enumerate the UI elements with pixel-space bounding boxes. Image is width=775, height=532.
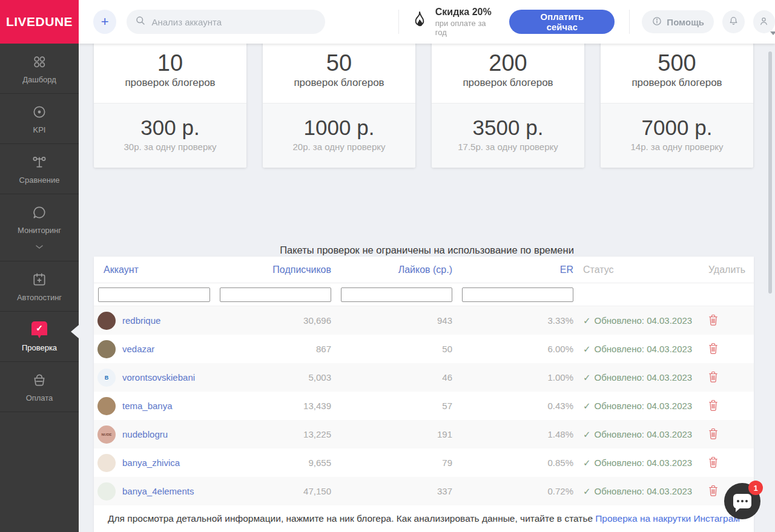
username-link[interactable]: nudeblogru [122, 429, 168, 439]
sidebar-item-kpi[interactable]: KPI [0, 94, 79, 144]
avatar [97, 312, 116, 330]
sidebar-item-payment[interactable]: Оплата [0, 362, 79, 412]
sidebar-item-check[interactable]: ✓ Проверка [0, 312, 79, 362]
search-box[interactable] [127, 10, 325, 34]
avatar [97, 482, 116, 501]
sidebar-item-comparison[interactable]: Сравнение [0, 144, 79, 194]
chevron-down-icon[interactable] [35, 241, 44, 252]
footer-note-link[interactable]: Проверка на накрутки Инстаграм [595, 513, 740, 524]
username-link[interactable]: vorontsovskiebani [122, 372, 195, 383]
delete-button[interactable] [707, 341, 719, 357]
sidebar-item-monitoring[interactable]: Мониторинг [0, 194, 79, 261]
username-link[interactable]: redbrique [122, 315, 160, 326]
delete-button[interactable] [707, 370, 719, 386]
delete-button[interactable] [707, 313, 719, 329]
username-link[interactable]: banya_4elements [122, 486, 194, 496]
likes-value: 337 [331, 486, 452, 496]
pricing-cards: 10 проверок блогеров 300 р. 30р. за одну… [94, 44, 754, 168]
profile-button[interactable] [753, 10, 775, 33]
er-value: 1.00% [452, 372, 573, 383]
avatar [97, 454, 116, 472]
notifications-button[interactable] [722, 10, 744, 33]
sidebar-item-label: KPI [33, 125, 46, 134]
card-per-check: 17.5р. за одну проверку [432, 142, 584, 152]
username-link[interactable]: tema_banya [122, 401, 173, 411]
help-button-label: Помощь [667, 17, 704, 27]
status-text: Обновлено: 04.03.2023 [595, 372, 693, 383]
username-link[interactable]: vedazar [122, 344, 154, 354]
followers-value: 30,696 [220, 315, 331, 326]
pricing-card-50[interactable]: 50 проверок блогеров 1000 р. 20р. за одн… [263, 44, 415, 168]
chat-bubble-icon [31, 204, 47, 221]
er-value: 3.33% [452, 315, 573, 326]
check-icon: ✓ [583, 486, 591, 497]
followers-value: 13,225 [220, 429, 331, 439]
table-row: banya_zhivica 9,655 79 0.85% ✓Обновлено:… [94, 448, 754, 477]
column-header-er[interactable]: ER [452, 264, 573, 275]
likes-value: 191 [331, 429, 452, 439]
card-count: 200 [432, 50, 584, 76]
user-icon [758, 15, 770, 29]
trash-icon [707, 433, 719, 442]
search-icon [135, 15, 146, 28]
check-badge-icon: ✓ [31, 321, 47, 338]
pricing-card-500[interactable]: 500 проверок блогеров 7000 р. 14р. за од… [601, 44, 753, 168]
topbar: + Скидка 20% при оплате за год Оплатить … [79, 0, 775, 44]
status-text: Обновлено: 04.03.2023 [595, 315, 693, 326]
likes-value: 79 [331, 458, 452, 468]
avatar [97, 340, 116, 358]
delete-button[interactable] [707, 484, 719, 499]
bell-icon [728, 15, 739, 29]
sidebar: Дашборд KPI Сравнение Мониторинг Автопос… [0, 44, 79, 532]
sidebar-item-dashboard[interactable]: Дашборд [0, 44, 79, 94]
delete-button[interactable] [707, 398, 719, 414]
brand-logo[interactable]: LIVEDUNE [0, 0, 79, 44]
card-count: 500 [601, 50, 753, 76]
help-button[interactable]: Помощь [642, 10, 714, 33]
status-text: Обновлено: 04.03.2023 [595, 344, 693, 354]
column-header-followers[interactable]: Подписчиков [220, 264, 331, 275]
likes-value: 57 [331, 401, 452, 411]
pricing-card-10[interactable]: 10 проверок блогеров 300 р. 30р. за одну… [94, 44, 246, 168]
table-row: NUDE nudeblogru 13,225 191 1.48% ✓Обновл… [94, 420, 754, 448]
er-value: 6.00% [452, 344, 573, 354]
sidebar-item-autoposting[interactable]: Автопостинг [0, 261, 79, 312]
pricing-card-200[interactable]: 200 проверок блогеров 3500 р. 17.5р. за … [432, 44, 584, 168]
main-content: 10 проверок блогеров 300 р. 30р. за одну… [79, 44, 775, 532]
pay-now-button[interactable]: Оплатить сейчас [509, 10, 615, 34]
check-icon: ✓ [583, 372, 591, 383]
footer-note: Для просмотра детальной информации, нажм… [94, 513, 754, 524]
filter-account-input[interactable] [98, 287, 210, 302]
scrollbar-thumb[interactable] [768, 51, 772, 294]
followers-value: 47,150 [220, 486, 331, 496]
avatar: B [97, 369, 116, 387]
delete-button[interactable] [707, 455, 719, 471]
card-unit: проверок блогеров [432, 77, 584, 89]
column-header-account[interactable]: Аккаунт [94, 264, 220, 275]
username-link[interactable]: banya_zhivica [122, 458, 180, 468]
likes-value: 943 [331, 315, 452, 326]
filter-followers-input[interactable] [220, 287, 331, 302]
filter-er-input[interactable] [462, 287, 573, 302]
trash-icon [707, 490, 719, 499]
card-per-check: 30р. за одну проверку [94, 142, 246, 152]
check-icon: ✓ [583, 429, 591, 440]
filter-likes-input[interactable] [341, 287, 452, 302]
table-row: vedazar 867 50 6.00% ✓Обновлено: 04.03.2… [94, 335, 754, 363]
card-price: 1000 р. [263, 115, 415, 140]
card-count: 10 [94, 50, 246, 76]
sidebar-item-label: Сравнение [19, 176, 60, 185]
delete-button[interactable] [707, 427, 719, 442]
sidebar-item-label: Автопостинг [17, 293, 62, 302]
followers-value: 13,439 [220, 401, 331, 411]
column-header-likes[interactable]: Лайков (ср.) [331, 264, 452, 275]
chat-widget-button[interactable]: 1 [724, 483, 760, 519]
column-header-status: Статус [573, 264, 702, 275]
status-text: Обновлено: 04.03.2023 [595, 486, 693, 496]
search-input[interactable] [151, 17, 316, 27]
flame-icon [411, 10, 428, 33]
header-divider [629, 10, 630, 34]
add-account-button[interactable]: + [93, 10, 116, 34]
followers-value: 9,655 [220, 458, 331, 468]
promo-title: Скидка 20% [435, 7, 496, 18]
